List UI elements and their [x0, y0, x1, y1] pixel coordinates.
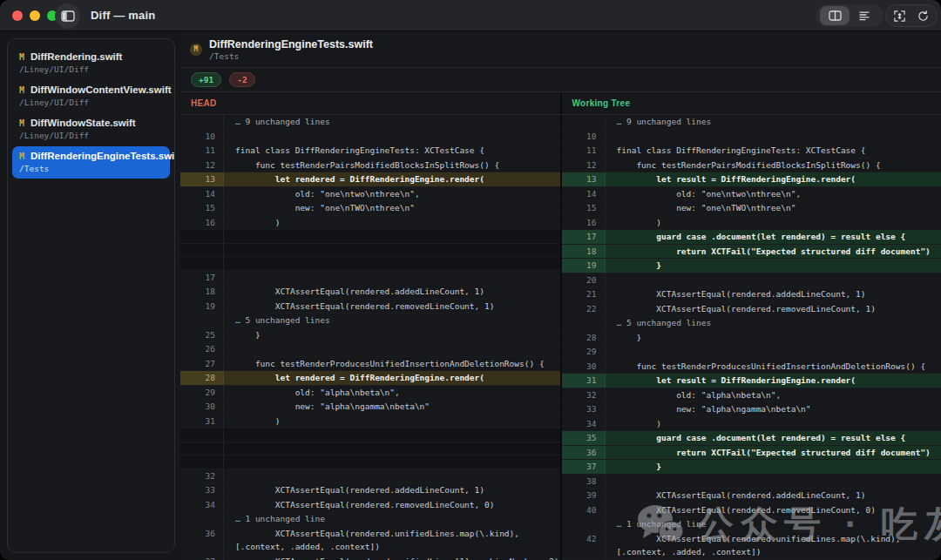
line-number	[180, 257, 224, 270]
line-number: 33	[562, 402, 606, 416]
line-number: 30	[562, 360, 606, 374]
code-text	[224, 130, 560, 144]
close-button[interactable]	[12, 10, 23, 21]
line-number: 10	[180, 130, 224, 144]
file-item-DiffRendering.swift[interactable]: MDiffRendering.swift/Liney/UI/Diff	[12, 47, 170, 79]
filler-row	[180, 442, 560, 455]
sidebar: MDiffRendering.swift/Liney/UI/DiffMDiffW…	[7, 38, 175, 553]
diff-row: 34 XCTAssertEqual(rendered.removedLineCo…	[180, 497, 560, 512]
line-number: 37	[180, 555, 224, 560]
filler-row	[180, 428, 560, 442]
line-number	[562, 115, 606, 129]
file-status-letter: M	[19, 152, 24, 161]
diff-row: 28 }	[562, 330, 941, 345]
code-text: old: "alpha\nbeta\n",	[224, 386, 560, 400]
code-text	[224, 244, 560, 257]
diff-row: 30 func testRenderProducesUnifiedInserti…	[562, 359, 941, 374]
code-text: new: "alpha\ngamma\nbeta\n"	[606, 402, 941, 416]
working-tree-column-label: Working Tree	[572, 98, 631, 108]
code-text: )	[606, 417, 941, 431]
file-status-letter: M	[19, 118, 24, 128]
code-text: let result = DiffRenderingEngine.render(	[606, 172, 941, 186]
sidebar-toggle-button[interactable]	[55, 3, 80, 29]
expand-button[interactable]	[889, 5, 910, 26]
line-number: 32	[562, 388, 606, 402]
collapsed-lines-row[interactable]: … 9 unchanged lines	[562, 115, 941, 129]
diff-row: 35 guard case .document(let rendered) = …	[562, 430, 941, 445]
unified-view-button[interactable]	[850, 6, 879, 25]
split-view-button[interactable]	[820, 6, 850, 25]
code-text: let rendered = DiffRenderingEngine.rende…	[224, 371, 560, 385]
code-text	[224, 442, 560, 455]
file-item-DiffWindowContentView.swift[interactable]: MDiffWindowContentView.swift/Liney/UI/Di…	[12, 80, 170, 112]
diff-row: 31 )	[180, 414, 560, 428]
line-number: 17	[562, 230, 606, 244]
line-number: 10	[562, 130, 606, 144]
diff-row: 29	[562, 344, 941, 359]
code-text: )	[224, 216, 560, 230]
collapsed-lines-row[interactable]: … 5 unchanged lines	[562, 315, 941, 330]
line-number: 28	[562, 331, 606, 345]
line-number: 21	[562, 287, 606, 301]
diff-row: 42 XCTAssertEqual(rendered.unifiedLines.…	[562, 531, 941, 559]
diff-row: 37 XCTAssertEqual(rendered.unifiedLines[…	[180, 554, 560, 560]
file-path: /Liney/UI/Diff	[19, 64, 163, 74]
line-number: 37	[562, 460, 606, 474]
head-column: … 9 unchanged lines1011final class DiffR…	[180, 115, 560, 560]
collapsed-lines-row[interactable]: … 5 unchanged lines	[180, 313, 560, 327]
code-text: XCTAssertEqual(rendered.unifiedLines[1].…	[224, 555, 560, 560]
line-number: 12	[562, 159, 606, 172]
minimize-button[interactable]	[30, 10, 40, 21]
diff-row: 33 new: "alpha\ngamma\nbeta\n"	[562, 401, 941, 416]
diff-table: … 9 unchanged lines1011final class DiffR…	[180, 115, 941, 560]
filler-row	[180, 229, 560, 243]
file-item-DiffRenderingEngineTests.swift[interactable]: MDiffRenderingEngineTests.swift/Tests	[12, 146, 170, 179]
collapsed-lines-label: … 5 unchanged lines	[224, 314, 560, 327]
code-text: XCTAssertEqual(rendered.addedLineCount, …	[224, 483, 560, 497]
collapsed-lines-row[interactable]: … 1 unchanged line	[562, 516, 941, 531]
diff-row: 16 )	[562, 215, 941, 230]
line-number: 40	[562, 503, 606, 517]
file-item-DiffWindowState.swift[interactable]: MDiffWindowState.swift/Liney/UI/Diff	[12, 113, 170, 145]
collapsed-lines-row[interactable]: … 9 unchanged lines	[180, 115, 560, 129]
file-name: DiffWindowContentView.swift	[30, 84, 172, 95]
line-number	[180, 244, 224, 257]
line-number	[180, 512, 224, 526]
line-number: 12	[180, 159, 224, 172]
line-number: 16	[562, 216, 606, 230]
file-status-badge: M	[190, 44, 202, 56]
code-text: }	[606, 259, 941, 273]
diff-row: 12 func testRenderPairsModifiedBlocksInS…	[180, 158, 560, 172]
code-text	[606, 475, 941, 489]
diff-row: 13 let result = DiffRenderingEngine.rend…	[562, 172, 941, 186]
code-text: final class DiffRenderingEngineTests: XC…	[224, 144, 560, 158]
diff-row: 19 XCTAssertEqual(rendered.removedLineCo…	[180, 299, 560, 314]
refresh-icon	[917, 10, 930, 23]
diff-row: 19 }	[562, 258, 941, 273]
code-text: XCTAssertEqual(rendered.addedLineCount, …	[606, 489, 941, 503]
code-text: }	[606, 331, 941, 345]
diff-row: 30 new: "alpha\ngamma\nbeta\n"	[180, 399, 560, 414]
code-text: XCTAssertEqual(rendered.removedLineCount…	[224, 498, 560, 512]
column-headers: HEAD Working Tree	[180, 92, 941, 115]
collapsed-lines-label: … 1 unchanged line	[606, 517, 941, 531]
diff-row: 27 func testRenderProducesUnifiedInserti…	[180, 356, 560, 371]
collapsed-lines-row[interactable]: … 1 unchanged line	[180, 511, 560, 526]
line-number: 28	[180, 371, 224, 385]
line-number	[180, 442, 224, 455]
code-text	[606, 273, 941, 287]
diff-row: 10	[180, 129, 560, 144]
diff-row: 36 return XCTFail("Expected structured d…	[562, 445, 941, 460]
code-text	[224, 469, 560, 483]
diff-row: 38	[562, 474, 941, 489]
line-number: 16	[180, 216, 224, 230]
line-number: 29	[562, 345, 606, 359]
diff-row: 14 old: "one\ntwo\nthree\n",	[180, 186, 560, 201]
diff-row: 10	[562, 129, 941, 144]
diff-row: 18 XCTAssertEqual(rendered.addedLineCoun…	[180, 284, 560, 299]
line-number: 13	[562, 172, 606, 186]
code-text	[224, 257, 560, 270]
refresh-button[interactable]	[913, 5, 934, 26]
line-number	[180, 314, 224, 327]
code-text: XCTAssertEqual(rendered.removedLineCount…	[606, 503, 941, 517]
